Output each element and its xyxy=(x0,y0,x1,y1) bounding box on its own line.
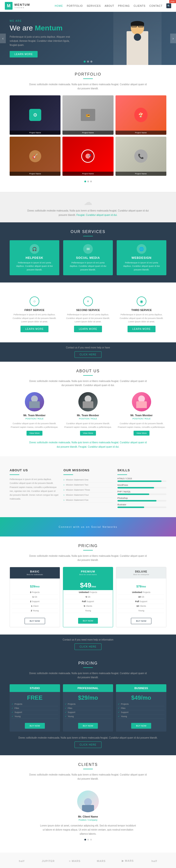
blur-banner: Connect with us on Social Networks xyxy=(0,517,176,536)
team-btn-2[interactable]: View More xyxy=(80,431,96,436)
dark-features-biz: Projects Files Support Young xyxy=(116,702,166,721)
nav-services[interactable]: Services xyxy=(87,5,101,7)
service-icon-first: ○ xyxy=(30,297,39,306)
portfolio-item[interactable]: 📻 + Project Name xyxy=(63,95,113,135)
list-item: 1 Gb xyxy=(12,595,58,599)
dark-features-pro: Projects Files Support Young xyxy=(63,702,113,721)
testimonial-dot-3[interactable] xyxy=(90,839,92,840)
psd-badge: PSD xyxy=(169,0,176,3)
service-title-third: Third Service xyxy=(119,309,164,311)
dark-pricing-btn-biz[interactable]: Buy Now xyxy=(131,723,151,729)
logo: M MENTUM THEME xyxy=(5,2,30,10)
skill-track-2 xyxy=(117,487,166,489)
about-section: About Us Donec sollicitudin molestie mal… xyxy=(0,362,176,456)
portfolio-label: Project Name xyxy=(63,172,113,176)
services-bottom-grid: ○ First Service Pellentesque in ipsum id… xyxy=(10,293,166,335)
portfolio-item[interactable]: ⚙ + Project Name xyxy=(10,95,61,135)
pricing-title: Pricing xyxy=(10,544,166,548)
pricing-tagline-premium: Best for small teams xyxy=(65,574,111,576)
nav-about[interactable]: About xyxy=(105,5,114,7)
logo-item: ▶ MARS xyxy=(116,857,140,864)
team-role-1: Position / Role xyxy=(10,417,59,420)
skill-fill-5 xyxy=(117,506,144,508)
nav-home[interactable]: Home xyxy=(55,5,63,7)
list-item: 2 Support xyxy=(12,599,58,604)
service-desc-social: Pellentesque in ipsum id orci porta dapi… xyxy=(67,261,109,271)
dark-pricing-cta-btn[interactable]: Click Here xyxy=(74,742,102,748)
skill-bar-4: Photoshop xyxy=(117,497,166,501)
search-button[interactable]: 🔍 xyxy=(166,3,171,8)
hero-cta-button[interactable]: Learn More xyxy=(10,51,38,58)
service-card-first: ○ First Service Pellentesque in ipsum id… xyxy=(10,293,59,335)
logo-item: MARS xyxy=(89,858,113,864)
portfolio-label: Project Name xyxy=(10,131,61,135)
services-top-grid: 🎧 HelpDesk Pellentesque in ipsum id orci… xyxy=(10,240,166,275)
team-card-1: Mr. Team Member Position / Role Curabitu… xyxy=(10,392,59,436)
team-desc-2: Curabitur aliquet quam id dui posuere bl… xyxy=(63,422,113,429)
page-dot-2[interactable] xyxy=(87,181,89,182)
skill-label-5: Illustrator xyxy=(117,503,166,506)
list-item: Support xyxy=(65,710,111,714)
team-role-3: Position / Role xyxy=(117,417,166,420)
pricing-card-basic: Basic Best for individuals $29/mo 3 Proj… xyxy=(10,567,60,627)
page-dot-1[interactable] xyxy=(84,181,86,182)
portfolio-item[interactable]: 🎸 + Project Name xyxy=(10,137,61,176)
team-desc-3: Curabitur aliquet quam id dui posuere bl… xyxy=(117,422,166,429)
team-card-2: Mr. Team Member Position / Role Curabitu… xyxy=(63,392,113,436)
pricing-price-basic: $29/mo xyxy=(10,579,60,590)
portfolio-item[interactable]: 📞 + Project Name xyxy=(115,137,166,176)
team-btn-1[interactable]: View More xyxy=(27,431,42,436)
pricing-btn-deluxe[interactable]: Buy Now xyxy=(131,618,151,624)
testimonial-name: Mr. Client Name xyxy=(40,815,136,818)
service-card-third: ◉ Third Service Pellentesque in ipsum id… xyxy=(117,293,166,335)
list-item: Young xyxy=(65,714,111,718)
portfolio-title: Portfolio xyxy=(10,72,166,76)
dark-pricing-header-pro: Professional xyxy=(63,684,113,692)
contact-band-btn[interactable]: Click Here xyxy=(74,351,102,358)
skill-label-3: PHP / MySQL xyxy=(117,490,166,493)
testimonial-role: Position / Company xyxy=(40,819,136,821)
missions-col-divider xyxy=(63,474,73,475)
portfolio-label: Project Name xyxy=(63,131,113,135)
dark-pricing-btn-pro[interactable]: Buy Now xyxy=(78,723,98,729)
dark-pricing-btn-studio[interactable]: Buy Now xyxy=(25,723,45,729)
portfolio-item[interactable]: 🍄 + Project Name xyxy=(115,95,166,135)
list-item: 1 Client xyxy=(12,604,58,609)
nav-pricing[interactable]: Pricing xyxy=(118,5,130,7)
nav-portfolio[interactable]: Portfolio xyxy=(67,5,83,7)
about-col-divider xyxy=(10,474,19,475)
service-btn-second[interactable]: Learn More xyxy=(74,326,102,332)
list-item: Full Support xyxy=(65,599,111,604)
clients-section: Clients Donec sollicitudin molestie male… xyxy=(0,755,176,852)
portfolio-section: Portfolio Donec sollicitudin molestie ma… xyxy=(0,65,176,192)
team-btn-3[interactable]: View More xyxy=(134,431,149,436)
list-item: Mission Statement Four xyxy=(63,493,112,498)
pricing-btn-basic[interactable]: Buy Now xyxy=(25,618,45,624)
contact-band-btn-2[interactable]: Click Here xyxy=(74,644,102,650)
list-item: Support xyxy=(11,710,58,714)
pricing-btn-premium[interactable]: Buy Now xyxy=(78,618,98,624)
portfolio-item[interactable]: 🎯 + Project Name xyxy=(63,137,113,176)
team-desc-1: Curabitur aliquet quam id dui posuere bl… xyxy=(10,422,59,429)
nav-clients[interactable]: Clients xyxy=(134,5,145,7)
missions-col: Our Missions Mission Statement One Missi… xyxy=(63,468,112,510)
testimonial-dot-2[interactable] xyxy=(87,839,89,840)
pricing-desc: Donec sollicitudin molestie malesuada. N… xyxy=(28,554,148,562)
list-item: Young xyxy=(11,714,58,718)
service-btn-first[interactable]: Learn More xyxy=(21,326,48,332)
list-item: Support xyxy=(118,710,165,714)
logo-icon: M xyxy=(5,2,12,10)
page-dot-3[interactable] xyxy=(90,181,92,182)
testimonial-dot-1[interactable] xyxy=(84,839,86,840)
about-info-section: About Us Pellentesque in ipsum id orci p… xyxy=(0,456,176,517)
skill-bar-1: HTML5 / CSS3 xyxy=(117,477,166,482)
list-item: 10 Clients xyxy=(118,604,164,609)
quote-band: ☁ Donec sollicitudin molestie malesuada.… xyxy=(0,192,176,222)
services-section-2: ○ First Service Pellentesque in ipsum id… xyxy=(0,282,176,342)
list-item: Projects xyxy=(65,702,111,706)
service-desc-second: Pellentesque in ipsum id orci porta dapi… xyxy=(66,313,110,323)
testimonial-avatar xyxy=(77,790,99,812)
service-btn-third[interactable]: Learn More xyxy=(128,326,155,332)
logos-grid-2: ☁ MARS ▶ MARS half JUPITER ≡ MARS ⚡ MARS xyxy=(10,867,166,868)
nav-contact[interactable]: Contact xyxy=(149,5,163,7)
